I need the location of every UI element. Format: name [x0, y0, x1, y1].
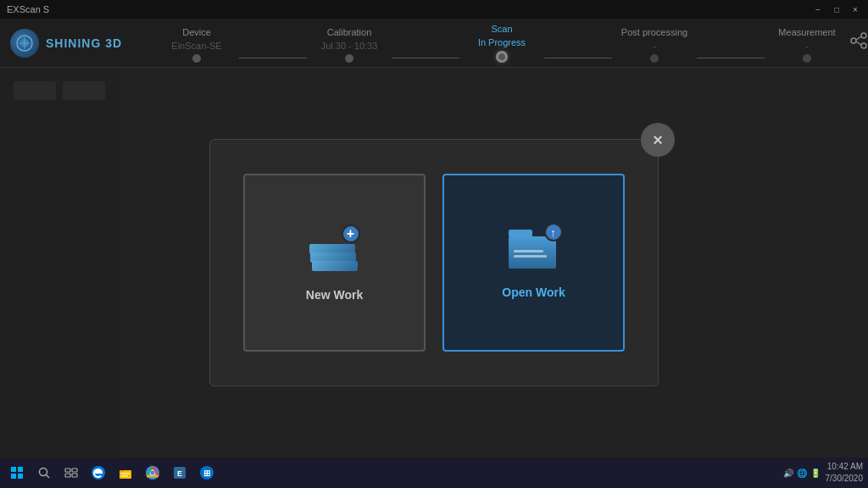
svg-line-15: [47, 475, 50, 479]
svg-rect-13: [18, 474, 23, 479]
svg-rect-23: [121, 475, 128, 477]
file-explorer-icon[interactable]: [114, 461, 137, 485]
step-post-value: -: [653, 41, 656, 51]
svg-point-3: [851, 38, 856, 43]
header-icons: ?: [849, 31, 868, 54]
folder-tab: [509, 230, 532, 236]
step-scan-value: In Progress: [478, 37, 526, 47]
dialog: × + New Work: [209, 139, 659, 386]
layer-plus-icon: +: [342, 225, 360, 243]
connector-4: [697, 58, 765, 58]
open-work-icon: ↑: [509, 226, 559, 269]
taskbar-date: 7/30/2020: [826, 473, 864, 485]
chrome-icon[interactable]: [141, 461, 164, 485]
step-post-label: Post processing: [621, 27, 687, 37]
step-meas-label: Measurement: [778, 27, 835, 37]
step-calibration-dot: [345, 54, 353, 63]
logo-icon: [10, 29, 39, 58]
folder-body: [509, 236, 556, 269]
step-calibration-value: Jul.30 - 10:33: [321, 41, 378, 51]
dialog-options: + New Work ↑: [236, 174, 632, 352]
step-device-dot: [192, 54, 201, 63]
new-work-label: New Work: [306, 288, 363, 302]
svg-rect-16: [65, 469, 70, 472]
svg-point-4: [861, 43, 866, 48]
step-device-value: EinScan-SE: [171, 41, 221, 51]
app-icon[interactable]: E: [168, 461, 192, 485]
step-device: Device EinScan-SE: [154, 27, 239, 63]
dialog-close-button[interactable]: ×: [641, 123, 675, 157]
step-scan-label: Scan: [491, 24, 512, 34]
folder-line-2: [514, 255, 548, 258]
taskbar-time: 10:42 AM: [826, 461, 864, 473]
step-device-label: Device: [182, 27, 211, 37]
system-tray: 🔊 🌐 🔋: [783, 469, 821, 478]
step-measurement: Measurement -: [765, 27, 849, 63]
step-calibration-label: Calibration: [327, 27, 372, 37]
taskbar: E ⊞ 🔊 🌐 🔋 10:42 AM 7/30/2020: [0, 458, 868, 488]
layer-1: [312, 261, 358, 271]
tray-icon-3: 🔋: [810, 469, 821, 478]
svg-line-5: [856, 36, 861, 40]
header: SHINING 3D Device EinScan-SE Calibration…: [0, 19, 868, 68]
folder-line-1: [514, 250, 543, 252]
new-work-card[interactable]: + New Work: [243, 174, 426, 352]
svg-rect-12: [11, 474, 16, 479]
taskbar-right: 🔊 🌐 🔋 10:42 AM 7/30/2020: [783, 461, 864, 485]
maximize-button[interactable]: □: [831, 3, 843, 15]
folder-arrow-icon: ↑: [544, 223, 563, 241]
svg-text:⊞: ⊞: [203, 469, 210, 478]
svg-point-2: [861, 33, 866, 38]
main-content: × + New Work: [0, 68, 868, 458]
svg-rect-22: [121, 473, 130, 474]
titlebar-controls: − □ ×: [812, 3, 861, 15]
svg-rect-17: [72, 469, 77, 472]
step-scan-dot: [496, 51, 508, 63]
svg-point-14: [40, 469, 47, 476]
dialog-overlay: × + New Work: [0, 68, 868, 458]
folder-lines: [514, 250, 551, 260]
open-work-card[interactable]: ↑ Open Work: [442, 174, 625, 352]
connector-3: [544, 58, 612, 58]
step-scan: Scan In Progress: [459, 24, 544, 63]
connector-1: [239, 58, 307, 58]
tray-icon-1: 🔊: [783, 469, 793, 478]
titlebar: EXScan S − □ ×: [0, 0, 868, 19]
svg-point-26: [151, 471, 155, 475]
search-button[interactable]: [32, 461, 56, 485]
taskbar-clock[interactable]: 10:42 AM 7/30/2020: [826, 461, 864, 485]
logo-text: SHINING 3D: [46, 36, 122, 50]
open-work-label: Open Work: [502, 286, 565, 299]
svg-rect-18: [65, 474, 70, 477]
start-button[interactable]: [5, 461, 29, 485]
svg-text:E: E: [177, 469, 182, 478]
windows-icon[interactable]: ⊞: [195, 461, 219, 485]
minimize-button[interactable]: −: [812, 3, 824, 15]
titlebar-title: EXScan S: [7, 4, 49, 14]
svg-rect-19: [72, 474, 77, 477]
svg-line-6: [856, 42, 861, 45]
svg-rect-11: [18, 467, 23, 472]
tray-icon-2: 🌐: [797, 469, 807, 478]
logo-area: SHINING 3D: [10, 29, 137, 58]
connector-2: [392, 58, 459, 58]
new-work-icon: +: [309, 225, 360, 271]
step-calibration: Calibration Jul.30 - 10:33: [307, 27, 392, 63]
step-meas-dot: [803, 54, 811, 63]
svg-rect-10: [11, 467, 16, 472]
step-meas-value: -: [805, 41, 809, 51]
close-button[interactable]: ×: [849, 3, 861, 15]
share-icon[interactable]: [849, 31, 868, 54]
task-view-button[interactable]: [59, 461, 83, 485]
step-post-processing: Post processing -: [612, 27, 697, 63]
progress-steps: Device EinScan-SE Calibration Jul.30 - 1…: [154, 24, 849, 63]
taskbar-left: E ⊞: [5, 461, 219, 485]
step-post-dot: [650, 54, 659, 63]
edge-icon[interactable]: [86, 461, 110, 485]
